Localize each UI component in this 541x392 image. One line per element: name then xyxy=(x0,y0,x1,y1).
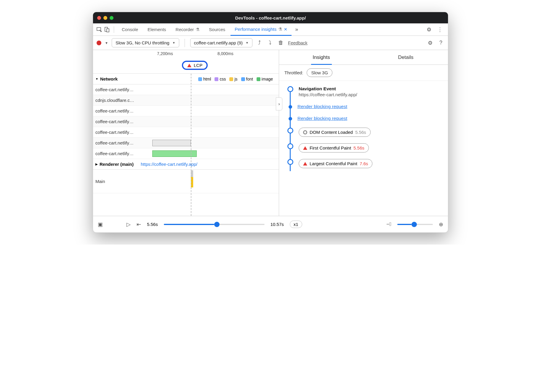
renderer-url[interactable]: https://coffee-cart.netlify.app/ xyxy=(141,162,197,167)
tabbar: Console Elements Recorder ⚗ Sources Perf… xyxy=(93,23,448,36)
tab-insights[interactable]: Insights xyxy=(279,50,364,65)
titlebar: DevTools - coffee-cart.netlify.app/ xyxy=(93,12,448,23)
circle-icon xyxy=(303,130,307,134)
network-rows: coffee-cart.netlify… cdnjs.cloudflare.c…… xyxy=(93,84,279,159)
window-title: DevTools - coffee-cart.netlify.app/ xyxy=(93,15,448,20)
event-render-blocking[interactable]: Render blocking request xyxy=(287,116,443,121)
toolbar: ▼ Slow 3G, No CPU throttling▼ coffee-car… xyxy=(93,36,448,50)
warning-triangle-icon xyxy=(187,64,191,67)
disclosure-triangle-icon: ▶ xyxy=(95,163,98,166)
network-row[interactable]: coffee-cart.netlify… xyxy=(93,116,279,127)
left-panel: 7,200ms 8,000ms LCP ▼ Network html css j… xyxy=(93,50,279,216)
gear-icon[interactable]: ⚙ xyxy=(424,26,434,33)
insights-tabs: Insights Details xyxy=(279,50,448,65)
settings-gear-icon[interactable]: ⚙ xyxy=(427,40,434,46)
inspect-icon[interactable] xyxy=(96,26,103,33)
main-thread-row[interactable]: Main xyxy=(93,170,279,193)
warning-triangle-icon xyxy=(303,146,307,150)
network-row[interactable]: cdnjs.cloudflare.c… xyxy=(93,95,279,106)
devtools-window: DevTools - coffee-cart.netlify.app/ Cons… xyxy=(93,12,448,233)
timeline-ruler[interactable]: 7,200ms 8,000ms LCP xyxy=(93,50,279,74)
rewind-icon[interactable]: ⇤ xyxy=(137,221,141,228)
footer: ▣ ▷ ⇤ 5.56s 10.57s x1 −⃝ ⊕ xyxy=(93,216,448,232)
download-icon[interactable]: ⤵ xyxy=(267,40,274,46)
event-lcp[interactable]: Largest Contentful Paint 7.6s xyxy=(287,159,443,168)
flask-icon: ⚗ xyxy=(278,27,282,32)
warning-triangle-icon xyxy=(303,162,307,166)
panel-expand-handle[interactable]: › xyxy=(276,97,282,110)
network-row[interactable]: coffee-cart.netlify… xyxy=(93,84,279,95)
screenshot-toggle-icon[interactable]: ▣ xyxy=(98,221,103,228)
record-menu-chevron[interactable]: ▼ xyxy=(105,41,108,45)
insights-timeline: Navigation Event https://coffee-cart.net… xyxy=(279,81,448,177)
zoom-slider[interactable] xyxy=(397,224,433,225)
network-row[interactable]: coffee-cart.netlify… xyxy=(93,148,279,159)
zoom-in-icon[interactable]: ⊕ xyxy=(439,221,443,228)
tabs-overflow[interactable]: » xyxy=(293,26,300,33)
tab-performance-insights[interactable]: Performance insights ⚗ ✕ xyxy=(231,24,292,36)
feedback-link[interactable]: Feedback xyxy=(288,40,308,45)
renderer-section-header[interactable]: ▶ Renderer (main) https://coffee-cart.ne… xyxy=(93,159,279,170)
event-render-blocking[interactable]: Render blocking request xyxy=(287,104,443,109)
playhead-line xyxy=(191,74,191,216)
time-tick: 7,200ms xyxy=(157,51,173,56)
time-slider[interactable] xyxy=(164,224,265,225)
speed-pill[interactable]: x1 xyxy=(290,221,302,228)
lcp-marker[interactable]: LCP xyxy=(182,61,208,70)
network-section-header[interactable]: ▼ Network html css js font image xyxy=(93,74,279,84)
tab-elements[interactable]: Elements xyxy=(143,23,170,36)
tab-console[interactable]: Console xyxy=(118,23,142,36)
close-tab-icon[interactable]: ✕ xyxy=(284,27,287,32)
zoom-out-icon[interactable]: −⃝ xyxy=(386,221,391,227)
tab-details[interactable]: Details xyxy=(364,50,448,65)
throttle-pill[interactable]: Slow 3G xyxy=(307,68,332,77)
tab-recorder[interactable]: Recorder ⚗ xyxy=(172,23,204,36)
trash-icon[interactable]: 🗑 xyxy=(277,40,284,46)
disclosure-triangle-icon: ▼ xyxy=(95,77,98,81)
page-select[interactable]: coffee-cart.netlify.app (9)▼ xyxy=(190,38,252,47)
content: 7,200ms 8,000ms LCP ▼ Network html css j… xyxy=(93,50,448,216)
event-dcl[interactable]: DOM Content Loaded 5.56s xyxy=(287,128,443,137)
play-icon[interactable]: ▷ xyxy=(127,221,131,228)
device-icon[interactable] xyxy=(104,26,110,33)
network-row[interactable]: coffee-cart.netlify… xyxy=(93,127,279,138)
event-navigation[interactable]: Navigation Event https://coffee-cart.net… xyxy=(287,86,443,97)
svg-rect-0 xyxy=(97,28,101,30)
time-end: 10.57s xyxy=(270,222,284,227)
time-tick: 8,000ms xyxy=(217,51,233,56)
time-start: 5.56s xyxy=(147,222,158,227)
kebab-icon[interactable]: ⋮ xyxy=(435,26,445,33)
event-fcp[interactable]: First Contentful Paint 5.56s xyxy=(287,143,443,152)
flask-icon: ⚗ xyxy=(196,27,199,32)
svg-rect-2 xyxy=(107,29,109,32)
help-icon[interactable]: ? xyxy=(437,40,444,46)
upload-icon[interactable]: ⤴ xyxy=(256,40,263,46)
network-legend: html css js font image xyxy=(198,77,276,81)
right-panel: Insights Details Throttled: Slow 3G Navi… xyxy=(279,50,448,216)
throttle-select[interactable]: Slow 3G, No CPU throttling▼ xyxy=(112,38,179,47)
network-row[interactable]: coffee-cart.netlify… xyxy=(93,138,279,148)
network-row[interactable]: coffee-cart.netlify… xyxy=(93,106,279,116)
throttle-row: Throttled: Slow 3G xyxy=(279,65,448,81)
record-button[interactable] xyxy=(97,41,101,45)
tab-sources[interactable]: Sources xyxy=(205,23,229,36)
